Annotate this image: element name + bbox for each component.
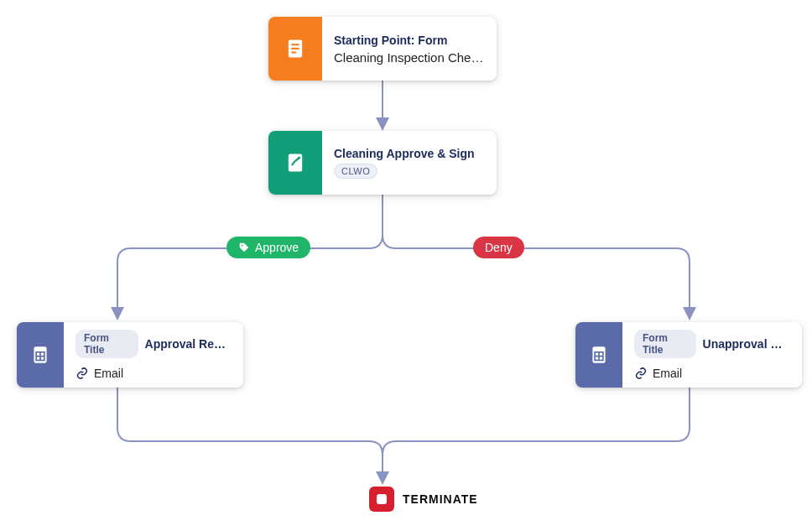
svg-rect-2 bbox=[291, 48, 299, 49]
unapproval-report-name: Unapproval Re… bbox=[703, 337, 790, 351]
terminate-label: TERMINATE bbox=[403, 492, 478, 506]
start-title: Starting Point: Form bbox=[334, 34, 485, 47]
report-icon bbox=[17, 322, 64, 388]
form-title-chip: Form Title bbox=[75, 330, 138, 358]
stop-icon bbox=[369, 487, 394, 512]
node-approval-report[interactable]: Form Title Approval Report Email bbox=[17, 322, 243, 388]
svg-rect-4 bbox=[289, 154, 302, 172]
form-icon bbox=[268, 17, 322, 81]
report-icon bbox=[575, 322, 622, 388]
approve-sign-title: Cleaning Approve & Sign bbox=[334, 147, 475, 160]
terminate-node: TERMINATE bbox=[369, 487, 478, 512]
svg-point-6 bbox=[242, 245, 243, 247]
svg-rect-3 bbox=[291, 52, 296, 54]
branch-deny-pill: Deny bbox=[473, 237, 524, 258]
link-icon bbox=[75, 367, 89, 380]
svg-point-5 bbox=[298, 157, 300, 159]
node-unapproval-report[interactable]: Form Title Unapproval Re… Email bbox=[575, 322, 802, 388]
deny-label: Deny bbox=[485, 241, 513, 254]
approval-report-channel: Email bbox=[94, 367, 123, 380]
sign-icon bbox=[268, 131, 322, 195]
form-title-chip: Form Title bbox=[634, 330, 696, 358]
tag-icon bbox=[238, 242, 250, 253]
node-start-form[interactable]: Starting Point: Form Cleaning Inspection… bbox=[268, 17, 497, 81]
node-approve-sign[interactable]: Cleaning Approve & Sign CLWO bbox=[268, 131, 497, 195]
branch-approve-pill: Approve bbox=[226, 237, 310, 258]
link-icon bbox=[634, 367, 648, 380]
start-subtitle: Cleaning Inspection Chec… bbox=[334, 50, 485, 65]
unapproval-report-channel: Email bbox=[653, 367, 682, 380]
approve-sign-tag: CLWO bbox=[334, 164, 377, 179]
approval-report-name: Approval Report bbox=[145, 337, 232, 351]
svg-rect-1 bbox=[291, 44, 299, 45]
approve-label: Approve bbox=[255, 241, 299, 254]
